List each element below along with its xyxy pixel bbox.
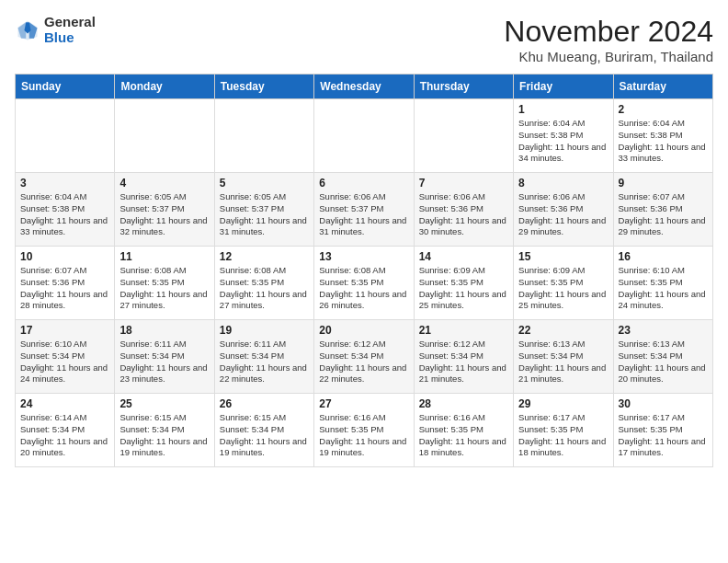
calendar-cell: 14Sunrise: 6:09 AMSunset: 5:35 PMDayligh… bbox=[414, 247, 513, 320]
title-block: November 2024 Khu Mueang, Buriram, Thail… bbox=[504, 15, 713, 64]
calendar-cell bbox=[314, 99, 414, 173]
calendar-cell: 10Sunrise: 6:07 AMSunset: 5:36 PMDayligh… bbox=[16, 247, 115, 320]
day-number: 20 bbox=[319, 324, 408, 337]
day-info: Sunrise: 6:17 AMSunset: 5:35 PMDaylight:… bbox=[619, 412, 708, 459]
day-info: Sunrise: 6:05 AMSunset: 5:37 PMDaylight:… bbox=[119, 191, 209, 238]
logo-text: General Blue bbox=[44, 15, 96, 45]
month-title: November 2024 bbox=[504, 15, 713, 49]
calendar-cell: 1Sunrise: 6:04 AMSunset: 5:38 PMDaylight… bbox=[514, 99, 613, 173]
day-info: Sunrise: 6:12 AMSunset: 5:34 PMDaylight:… bbox=[319, 339, 408, 385]
calendar-cell: 6Sunrise: 6:06 AMSunset: 5:37 PMDaylight… bbox=[314, 173, 414, 247]
day-number: 29 bbox=[518, 397, 608, 410]
header-day-friday: Friday bbox=[514, 75, 613, 99]
day-info: Sunrise: 6:06 AMSunset: 5:37 PMDaylight:… bbox=[319, 191, 408, 238]
calendar-cell bbox=[16, 99, 115, 173]
page-header: General Blue November 2024 Khu Mueang, B… bbox=[15, 15, 713, 64]
calendar-cell bbox=[214, 99, 313, 173]
day-number: 18 bbox=[119, 324, 209, 337]
day-info: Sunrise: 6:04 AMSunset: 5:38 PMDaylight:… bbox=[518, 118, 608, 165]
day-number: 2 bbox=[619, 103, 708, 116]
day-number: 21 bbox=[419, 324, 508, 337]
day-number: 16 bbox=[619, 250, 708, 263]
header-day-thursday: Thursday bbox=[414, 75, 513, 99]
day-info: Sunrise: 6:16 AMSunset: 5:35 PMDaylight:… bbox=[419, 412, 508, 459]
day-info: Sunrise: 6:14 AMSunset: 5:34 PMDaylight:… bbox=[20, 412, 109, 459]
day-number: 30 bbox=[619, 397, 708, 410]
header-day-sunday: Sunday bbox=[16, 75, 115, 99]
day-info: Sunrise: 6:10 AMSunset: 5:34 PMDaylight:… bbox=[20, 339, 109, 385]
day-number: 4 bbox=[119, 177, 209, 190]
day-info: Sunrise: 6:16 AMSunset: 5:35 PMDaylight:… bbox=[319, 412, 408, 459]
calendar-header: SundayMondayTuesdayWednesdayThursdayFrid… bbox=[16, 75, 713, 99]
day-number: 15 bbox=[518, 250, 608, 263]
day-info: Sunrise: 6:08 AMSunset: 5:35 PMDaylight:… bbox=[319, 265, 408, 312]
day-info: Sunrise: 6:07 AMSunset: 5:36 PMDaylight:… bbox=[20, 265, 109, 312]
day-number: 8 bbox=[518, 177, 608, 190]
day-number: 26 bbox=[220, 397, 309, 410]
day-info: Sunrise: 6:11 AMSunset: 5:34 PMDaylight:… bbox=[119, 339, 209, 385]
day-number: 27 bbox=[319, 397, 408, 410]
day-info: Sunrise: 6:17 AMSunset: 5:35 PMDaylight:… bbox=[518, 412, 608, 459]
calendar-cell: 19Sunrise: 6:11 AMSunset: 5:34 PMDayligh… bbox=[214, 320, 313, 394]
header-day-wednesday: Wednesday bbox=[314, 75, 414, 99]
day-info: Sunrise: 6:09 AMSunset: 5:35 PMDaylight:… bbox=[419, 265, 508, 312]
day-info: Sunrise: 6:05 AMSunset: 5:37 PMDaylight:… bbox=[220, 191, 309, 238]
day-info: Sunrise: 6:04 AMSunset: 5:38 PMDaylight:… bbox=[619, 118, 708, 165]
day-number: 22 bbox=[518, 324, 608, 337]
calendar-cell: 30Sunrise: 6:17 AMSunset: 5:35 PMDayligh… bbox=[613, 394, 712, 467]
day-number: 3 bbox=[20, 177, 109, 190]
day-number: 7 bbox=[419, 177, 508, 190]
day-number: 23 bbox=[619, 324, 708, 337]
calendar-cell: 12Sunrise: 6:08 AMSunset: 5:35 PMDayligh… bbox=[214, 247, 313, 320]
calendar-cell: 3Sunrise: 6:04 AMSunset: 5:38 PMDaylight… bbox=[16, 173, 115, 247]
day-number: 17 bbox=[20, 324, 109, 337]
day-info: Sunrise: 6:08 AMSunset: 5:35 PMDaylight:… bbox=[119, 265, 209, 312]
day-info: Sunrise: 6:08 AMSunset: 5:35 PMDaylight:… bbox=[220, 265, 309, 312]
calendar-cell: 25Sunrise: 6:15 AMSunset: 5:34 PMDayligh… bbox=[115, 394, 214, 467]
calendar-week-4: 17Sunrise: 6:10 AMSunset: 5:34 PMDayligh… bbox=[16, 320, 713, 394]
day-info: Sunrise: 6:07 AMSunset: 5:36 PMDaylight:… bbox=[619, 191, 708, 238]
day-number: 13 bbox=[319, 250, 408, 263]
day-info: Sunrise: 6:12 AMSunset: 5:34 PMDaylight:… bbox=[419, 339, 508, 385]
calendar-cell: 2Sunrise: 6:04 AMSunset: 5:38 PMDaylight… bbox=[613, 99, 712, 173]
calendar-week-2: 3Sunrise: 6:04 AMSunset: 5:38 PMDaylight… bbox=[16, 173, 713, 247]
calendar-cell: 29Sunrise: 6:17 AMSunset: 5:35 PMDayligh… bbox=[514, 394, 613, 467]
day-number: 11 bbox=[119, 250, 209, 263]
calendar-cell: 18Sunrise: 6:11 AMSunset: 5:34 PMDayligh… bbox=[115, 320, 214, 394]
calendar-cell bbox=[115, 99, 214, 173]
calendar-cell: 8Sunrise: 6:06 AMSunset: 5:36 PMDaylight… bbox=[514, 173, 613, 247]
logo: General Blue bbox=[15, 15, 96, 45]
calendar-cell: 17Sunrise: 6:10 AMSunset: 5:34 PMDayligh… bbox=[16, 320, 115, 394]
calendar-cell: 16Sunrise: 6:10 AMSunset: 5:35 PMDayligh… bbox=[613, 247, 712, 320]
day-number: 9 bbox=[619, 177, 708, 190]
day-info: Sunrise: 6:04 AMSunset: 5:38 PMDaylight:… bbox=[20, 191, 109, 238]
day-number: 5 bbox=[220, 177, 309, 190]
calendar-cell: 15Sunrise: 6:09 AMSunset: 5:35 PMDayligh… bbox=[514, 247, 613, 320]
calendar-cell: 13Sunrise: 6:08 AMSunset: 5:35 PMDayligh… bbox=[314, 247, 414, 320]
calendar-cell: 27Sunrise: 6:16 AMSunset: 5:35 PMDayligh… bbox=[314, 394, 414, 467]
calendar-cell: 21Sunrise: 6:12 AMSunset: 5:34 PMDayligh… bbox=[414, 320, 513, 394]
calendar-cell: 5Sunrise: 6:05 AMSunset: 5:37 PMDaylight… bbox=[214, 173, 313, 247]
logo-general-text: General bbox=[44, 15, 96, 30]
logo-icon bbox=[15, 17, 40, 43]
calendar-week-5: 24Sunrise: 6:14 AMSunset: 5:34 PMDayligh… bbox=[16, 394, 713, 467]
day-number: 1 bbox=[518, 103, 608, 116]
header-day-saturday: Saturday bbox=[613, 75, 712, 99]
calendar-cell: 28Sunrise: 6:16 AMSunset: 5:35 PMDayligh… bbox=[414, 394, 513, 467]
day-info: Sunrise: 6:15 AMSunset: 5:34 PMDaylight:… bbox=[220, 412, 309, 459]
day-number: 6 bbox=[319, 177, 408, 190]
calendar-cell: 22Sunrise: 6:13 AMSunset: 5:34 PMDayligh… bbox=[514, 320, 613, 394]
location-subtitle: Khu Mueang, Buriram, Thailand bbox=[504, 49, 713, 64]
day-info: Sunrise: 6:15 AMSunset: 5:34 PMDaylight:… bbox=[119, 412, 209, 459]
day-number: 19 bbox=[220, 324, 309, 337]
day-info: Sunrise: 6:06 AMSunset: 5:36 PMDaylight:… bbox=[419, 191, 508, 238]
calendar-cell: 7Sunrise: 6:06 AMSunset: 5:36 PMDaylight… bbox=[414, 173, 513, 247]
calendar-cell: 4Sunrise: 6:05 AMSunset: 5:37 PMDaylight… bbox=[115, 173, 214, 247]
day-number: 14 bbox=[419, 250, 508, 263]
calendar-cell bbox=[414, 99, 513, 173]
day-info: Sunrise: 6:06 AMSunset: 5:36 PMDaylight:… bbox=[518, 191, 608, 238]
day-number: 28 bbox=[419, 397, 508, 410]
day-number: 25 bbox=[119, 397, 209, 410]
calendar-table: SundayMondayTuesdayWednesdayThursdayFrid… bbox=[15, 74, 713, 467]
calendar-week-1: 1Sunrise: 6:04 AMSunset: 5:38 PMDaylight… bbox=[16, 99, 713, 173]
